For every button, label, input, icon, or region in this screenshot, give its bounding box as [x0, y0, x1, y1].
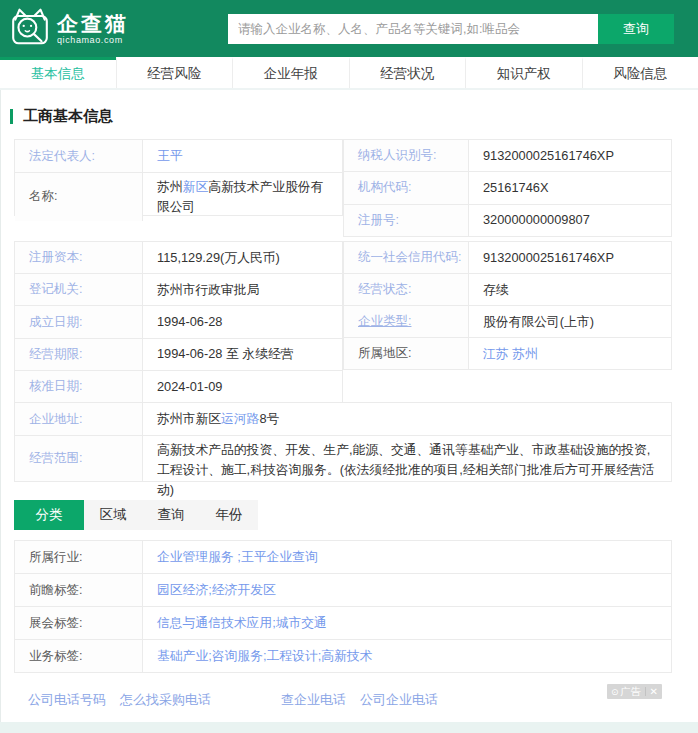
- taxpayer-id-row: 纳税人识别号: 9132000025161746XP: [344, 140, 671, 171]
- legal-representative-link[interactable]: 王平: [157, 146, 183, 166]
- company-info-table-full: 企业地址: 苏州市新区运河路8号 经营范围: 高新技术产品的投资、开发、生产,能…: [14, 402, 672, 482]
- registered-capital-row: 注册资本: 115,129.29(万人民币): [15, 242, 342, 273]
- field-value: 企业管理服务 ;王平企业查询: [143, 541, 671, 573]
- tab-annual-report[interactable]: 企业年报: [232, 57, 349, 88]
- field-value: 苏州市新区运河路8号: [143, 403, 671, 435]
- address-row: 企业地址: 苏州市新区运河路8号: [15, 403, 671, 435]
- logo-title: 企查猫: [57, 12, 129, 35]
- business-status-row: 经营状态: 存续: [344, 273, 671, 305]
- field-value: 江苏 苏州: [469, 338, 671, 369]
- field-value: 1994-06-28: [143, 306, 342, 337]
- footer-links: 公司电话号码 怎么找采购电话 查企业电话 公司企业电话: [14, 691, 672, 709]
- tag-filter-tabs: 分类 区域 查询 年份: [14, 500, 258, 530]
- search-button[interactable]: 查询: [598, 14, 674, 44]
- business-tag-links[interactable]: 基础产业;咨询服务;工程设计;高新技术: [157, 646, 372, 666]
- field-label: 注册资本:: [15, 242, 143, 273]
- procurement-phone-link[interactable]: 怎么找采购电话: [120, 691, 211, 709]
- field-value: 基础产业;咨询服务;工程设计;高新技术: [143, 640, 671, 672]
- ad-divider: [645, 687, 646, 696]
- main-content: 工商基本信息 法定代表人: 王平 名称: 苏州新区高新技术产业股份有限公司: [0, 90, 698, 709]
- exhibition-tag-links[interactable]: 信息与通信技术应用;城市交通: [157, 613, 327, 633]
- field-value: 存续: [469, 274, 671, 305]
- field-label: 成立日期:: [15, 306, 143, 337]
- field-value: 1994-06-28 至 永续经营: [143, 339, 342, 370]
- title-accent-bar: [10, 109, 13, 124]
- field-label: 纳税人识别号:: [344, 140, 469, 171]
- subtab-year[interactable]: 年份: [200, 500, 258, 530]
- logo-subtitle: qichamao.com: [57, 35, 129, 45]
- field-value: 9132000025161746XP: [469, 242, 671, 273]
- company-enterprise-phone-link[interactable]: 公司企业电话: [360, 691, 438, 709]
- establishment-date-row: 成立日期: 1994-06-28: [15, 305, 342, 337]
- tab-intellectual-property[interactable]: 知识产权: [465, 57, 582, 88]
- tags-table: 所属行业: 企业管理服务 ;王平企业查询 前瞻标签: 园区经济;经济开发区 展会…: [14, 540, 672, 673]
- section-title-text: 工商基本信息: [23, 107, 113, 126]
- field-label: 名称:: [15, 173, 143, 221]
- table-right-half: 纳税人识别号: 9132000025161746XP 机构代码: 2516174…: [343, 139, 672, 402]
- foresight-tags-row: 前瞻标签: 园区经济;经济开发区: [15, 573, 671, 606]
- region-row: 所属地区: 江苏 苏州: [344, 337, 671, 369]
- ad-badge: ⊙ 广告 ✕: [607, 684, 662, 699]
- field-label: 统一社会信用代码:: [344, 242, 469, 273]
- field-value: 苏州市行政审批局: [143, 274, 342, 305]
- region-link[interactable]: 江苏 苏州: [483, 344, 538, 364]
- tab-operating-status[interactable]: 经营状况: [349, 57, 466, 88]
- page: 企查猫 qichamao.com 查询 基本信息 经营风险 企业年报 经营状况 …: [0, 0, 698, 733]
- field-label: 机构代码:: [344, 172, 469, 203]
- subtab-query[interactable]: 查询: [142, 500, 200, 530]
- business-scope-row: 经营范围: 高新技术产品的投资、开发、生产,能源、交通、通讯等基础产业、市政基础…: [15, 435, 671, 481]
- ad-icon: ⊙: [611, 687, 619, 697]
- tab-business-risk[interactable]: 经营风险: [116, 57, 233, 88]
- field-label: 经营范围:: [15, 436, 143, 481]
- address-road-link[interactable]: 运河路: [221, 411, 259, 426]
- company-phone-number-link[interactable]: 公司电话号码: [28, 691, 106, 709]
- company-info-table: 法定代表人: 王平 名称: 苏州新区高新技术产业股份有限公司 注册资本: 115…: [14, 139, 672, 402]
- field-value: 信息与通信技术应用;城市交通: [143, 607, 671, 639]
- field-label: 所属地区:: [344, 338, 469, 369]
- legal-representative-row: 法定代表人: 王平: [15, 140, 342, 172]
- field-label: 核准日期:: [15, 371, 143, 402]
- field-value: 王平: [143, 140, 342, 172]
- business-term-row: 经营期限: 1994-06-28 至 永续经营: [15, 338, 342, 370]
- field-value: 园区经济;经济开发区: [143, 574, 671, 606]
- field-label: 经营状态:: [344, 274, 469, 305]
- ad-close-icon[interactable]: ✕: [650, 686, 658, 697]
- subtab-region[interactable]: 区域: [84, 500, 142, 530]
- nav-tabs: 基本信息 经营风险 企业年报 经营状况 知识产权 风险信息: [0, 57, 698, 90]
- table-left-half: 法定代表人: 王平 名称: 苏州新区高新技术产业股份有限公司 注册资本: 115…: [14, 139, 343, 402]
- search-bar: 查询: [228, 14, 674, 44]
- registration-authority-row: 登记机关: 苏州市行政审批局: [15, 273, 342, 305]
- field-label: 法定代表人:: [15, 140, 143, 172]
- field-label: 所属行业:: [15, 541, 143, 573]
- company-type-row: 企业类型: 股份有限公司(上市): [344, 305, 671, 337]
- field-value: 2024-01-09: [143, 371, 342, 402]
- field-label: 展会标签:: [15, 607, 143, 639]
- field-value: 股份有限公司(上市): [469, 306, 671, 337]
- top-header: 企查猫 qichamao.com 查询: [0, 0, 698, 57]
- field-value: 高新技术产品的投资、开发、生产,能源、交通、通讯等基础产业、市政基础设施的投资,…: [143, 436, 671, 481]
- industry-row: 所属行业: 企业管理服务 ;王平企业查询: [15, 541, 671, 573]
- field-value: 25161746X: [469, 172, 671, 203]
- exhibition-tags-row: 展会标签: 信息与通信技术应用;城市交通: [15, 606, 671, 639]
- credit-code-row: 统一社会信用代码: 9132000025161746XP: [344, 242, 671, 273]
- check-company-phone-link[interactable]: 查企业电话: [281, 691, 346, 709]
- field-label: 经营期限:: [15, 339, 143, 370]
- qichamao-cat-icon: [9, 6, 51, 52]
- company-name-keyword-link[interactable]: 新区: [183, 179, 209, 194]
- field-value: 9132000025161746XP: [469, 140, 671, 171]
- tab-basic-info[interactable]: 基本信息: [0, 57, 116, 88]
- field-value: 苏州新区高新技术产业股份有限公司: [143, 173, 342, 221]
- field-label: 注册号:: [344, 205, 469, 236]
- field-label: 前瞻标签:: [15, 574, 143, 606]
- field-label: 业务标签:: [15, 640, 143, 672]
- approval-date-row: 核准日期: 2024-01-09: [15, 370, 342, 402]
- search-input[interactable]: [228, 14, 598, 44]
- logo[interactable]: 企查猫 qichamao.com: [9, 6, 129, 52]
- company-name-row: 名称: 苏州新区高新技术产业股份有限公司: [15, 172, 342, 221]
- industry-links[interactable]: 企业管理服务 ;王平企业查询: [157, 547, 318, 567]
- tab-risk-info[interactable]: 风险信息: [582, 57, 698, 88]
- subtab-category[interactable]: 分类: [14, 500, 84, 530]
- foresight-tag-links[interactable]: 园区经济;经济开发区: [157, 580, 276, 600]
- field-label: 企业地址:: [15, 403, 143, 435]
- section-title: 工商基本信息: [10, 107, 672, 126]
